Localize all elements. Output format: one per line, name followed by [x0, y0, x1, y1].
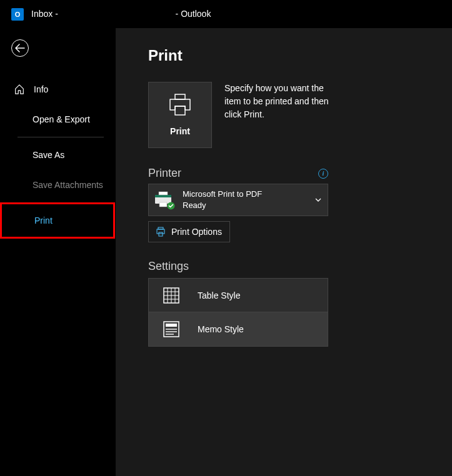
- info-icon[interactable]: i: [318, 169, 328, 179]
- style-list: Table Style Memo Style: [148, 278, 328, 347]
- redacted-account: [61, 9, 173, 19]
- svg-rect-3: [155, 195, 171, 197]
- backstage-sidebar: Info Open & Export Save As Save Attachme…: [0, 28, 115, 476]
- print-button[interactable]: Print: [148, 82, 212, 148]
- arrow-left-icon: [15, 44, 25, 52]
- tutorial-highlight: Print: [0, 202, 115, 239]
- nav-print[interactable]: Print: [2, 206, 113, 236]
- printer-status: Ready: [183, 200, 262, 211]
- style-memo[interactable]: Memo Style: [149, 312, 328, 346]
- page-title: Print: [148, 47, 433, 64]
- printer-device-icon: [154, 191, 174, 209]
- nav-save-attachments: Save Attachments: [0, 170, 115, 200]
- sidebar-divider: [18, 137, 104, 137]
- svg-rect-18: [166, 324, 177, 327]
- printer-icon: [168, 94, 193, 116]
- nav-info[interactable]: Info: [0, 74, 115, 104]
- nav-save-as[interactable]: Save As: [0, 140, 115, 170]
- home-icon: [14, 84, 25, 95]
- svg-rect-0: [175, 94, 185, 99]
- svg-rect-4: [159, 192, 168, 195]
- title-bar: O Inbox - - Outlook: [0, 0, 452, 28]
- printer-name: Microsoft Print to PDF: [183, 189, 262, 200]
- outlook-app-icon: O: [11, 8, 24, 21]
- printer-section-label: Printer: [148, 167, 181, 180]
- chevron-down-icon: [315, 198, 321, 202]
- svg-rect-9: [159, 232, 163, 236]
- table-style-icon: [163, 287, 180, 304]
- print-description: Specify how you want the item to be prin…: [224, 82, 337, 148]
- printer-dropdown[interactable]: Microsoft Print to PDF Ready: [148, 184, 328, 216]
- nav-open-export[interactable]: Open & Export: [0, 104, 115, 134]
- svg-rect-8: [157, 229, 164, 234]
- main-panel: Print Print Specify how you want the ite…: [115, 28, 452, 476]
- style-table[interactable]: Table Style: [149, 279, 328, 312]
- back-button[interactable]: [11, 39, 29, 57]
- print-options-icon: [156, 227, 166, 237]
- memo-style-icon: [163, 320, 180, 338]
- svg-rect-5: [159, 202, 167, 207]
- print-options-button[interactable]: Print Options: [148, 221, 230, 242]
- settings-section-label: Settings: [148, 260, 189, 273]
- svg-rect-1: [175, 106, 185, 115]
- window-title: Inbox - - Outlook: [31, 9, 211, 19]
